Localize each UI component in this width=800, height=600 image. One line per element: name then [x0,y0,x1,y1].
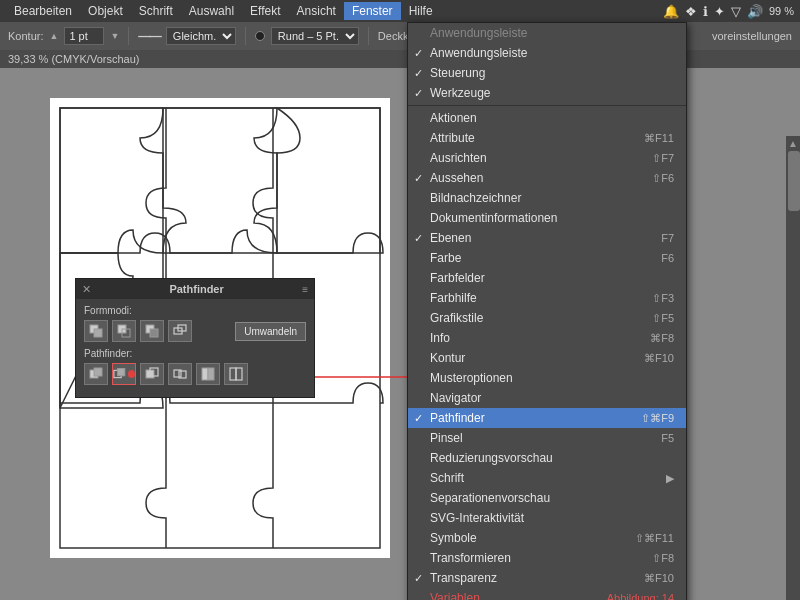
rund-select[interactable]: Rund – 5 Pt. [271,27,359,45]
formmodi-btn-3[interactable] [140,320,164,342]
pathfinder-btn-6[interactable] [224,363,248,385]
dropdown-item-pinsel[interactable]: Pinsel F5 [408,428,686,448]
menu-auswahl[interactable]: Auswahl [181,2,242,20]
dropdown-item-info[interactable]: Info ⌘F8 [408,328,686,348]
formmodi-label: Formmodi: [84,305,306,316]
dropdown-item-separation[interactable]: Separationenvorschau [408,488,686,508]
dropdown-sep-1 [408,105,686,106]
kontur-input[interactable] [64,27,104,45]
menu-ansicht[interactable]: Ansicht [289,2,344,20]
svg-rect-18 [202,368,208,380]
battery-label: 99 % [769,5,794,17]
scroll-thumb[interactable] [788,151,800,211]
kontur-label: Kontur: [8,30,43,42]
pathfinder-btn-1[interactable] [84,363,108,385]
dropdown-item-aktionen[interactable]: Aktionen [408,108,686,128]
panel-menu-btn[interactable]: ≡ [302,284,308,295]
svg-rect-19 [208,368,214,380]
info-icon: ℹ [703,4,708,19]
dropdown-item-werkzeuge[interactable]: Werkzeuge [408,83,686,103]
dropdown-menu: Anwendungsleiste Anwendungsleiste Steuer… [407,22,687,600]
menu-fenster[interactable]: Fenster [344,2,401,20]
dropdown-item-kontur[interactable]: Kontur ⌘F10 [408,348,686,368]
kontur-up-arrow[interactable]: ▲ [49,31,58,41]
dropdown-item-aussehen[interactable]: Aussehen ⇧F6 [408,168,686,188]
toolbar-sep-1 [128,27,129,45]
red-dot [128,370,135,378]
dropdown-item-dokumentinfo[interactable]: Dokumentinformationen [408,208,686,228]
pathfinder-btn-5[interactable] [196,363,220,385]
dropdown-item-ausrichten[interactable]: Ausrichten ⇧F7 [408,148,686,168]
dropdown-item-steuerung[interactable]: Steuerung [408,63,686,83]
dropdown-item-bildnachzeichner[interactable]: Bildnachzeichner [408,188,686,208]
menu-hilfe[interactable]: Hilfe [401,2,441,20]
pathfinder-btn-2[interactable] [112,363,136,385]
pathfinder-btn-4[interactable] [168,363,192,385]
bluetooth-icon: ✦ [714,4,725,19]
scrollbar-right[interactable]: ▲ [786,136,800,600]
pathfinder-panel: ✕ Pathfinder ≡ Formmodi: Umwandeln Pathf… [75,278,315,398]
dropdown-item-anwendungsleiste2[interactable]: Anwendungsleiste [408,43,686,63]
toolbar-sep-3 [368,27,369,45]
volume-icon: 🔊 [747,4,763,19]
pathfinder-body: Formmodi: Umwandeln Pathfinder: [76,299,314,397]
umwandeln-button[interactable]: Umwandeln [235,322,306,341]
dropdown-item-reduzierung[interactable]: Reduzierungsvorschau [408,448,686,468]
dropdown-item-anwendungsleiste[interactable]: Anwendungsleiste [408,23,686,43]
svg-rect-7 [150,329,158,337]
dropdown-item-farbfelder[interactable]: Farbfelder [408,268,686,288]
menubar-right: 🔔 ❖ ℹ ✦ ▽ 🔊 99 % [663,4,794,19]
pathfinder-row [84,363,306,385]
kontur-down-arrow[interactable]: ▼ [110,31,119,41]
voreinst-label: voreinstellungen [712,30,792,42]
line-style-indicator: ── [138,26,160,47]
menu-schrift[interactable]: Schrift [131,2,181,20]
menu-bearbeiten[interactable]: Bearbeiten [6,2,80,20]
svg-rect-11 [94,368,102,376]
dropdown-item-pathfinder[interactable]: Pathfinder ⇧⌘F9 [408,408,686,428]
dot-style-icon [255,31,265,41]
dropdown-item-transparenz[interactable]: Transparenz ⌘F10 [408,568,686,588]
dropdown-item-variablen[interactable]: Variablen Abbildung: 14 [408,588,686,600]
dropdown-item-svg[interactable]: SVG-Interaktivität [408,508,686,528]
bell-icon: 🔔 [663,4,679,19]
pathfinder-title: Pathfinder [169,283,223,295]
formmodi-btn-2[interactable] [112,320,136,342]
pathfinder-btn-3[interactable] [140,363,164,385]
svg-rect-3 [94,329,102,337]
pathfinder-header[interactable]: ✕ Pathfinder ≡ [76,279,314,299]
status-text: 39,33 % (CMYK/Vorschau) [8,53,139,65]
gleichm-select[interactable]: Gleichm. [166,27,236,45]
menu-effekt[interactable]: Effekt [242,2,288,20]
dropdown-item-farbhilfe[interactable]: Farbhilfe ⇧F3 [408,288,686,308]
dropdown-item-musteroptionen[interactable]: Musteroptionen [408,368,686,388]
svg-rect-20 [230,368,236,380]
svg-rect-21 [236,368,242,380]
dropdown-item-symbole[interactable]: Symbole ⇧⌘F11 [408,528,686,548]
pathfinder-section-label: Pathfinder: [84,348,306,359]
formmodi-btn-1[interactable] [84,320,108,342]
wifi-icon: ▽ [731,4,741,19]
panel-close-btn[interactable]: ✕ [82,283,91,296]
dropdown-item-farbe[interactable]: Farbe F6 [408,248,686,268]
toolbar-sep-2 [245,27,246,45]
dropbox-icon: ❖ [685,4,697,19]
dropdown-item-grafikstile[interactable]: Grafikstile ⇧F5 [408,308,686,328]
dropdown-item-ebenen[interactable]: Ebenen F7 [408,228,686,248]
dropdown-item-schrift[interactable]: Schrift ▶ [408,468,686,488]
formmodi-row: Umwandeln [84,320,306,342]
menubar: Bearbeiten Objekt Schrift Auswahl Effekt… [0,0,800,22]
menu-objekt[interactable]: Objekt [80,2,131,20]
dropdown-item-navigator[interactable]: Navigator [408,388,686,408]
dropdown-item-attribute[interactable]: Attribute ⌘F11 [408,128,686,148]
formmodi-btn-4[interactable] [168,320,192,342]
dropdown-item-transformieren[interactable]: Transformieren ⇧F8 [408,548,686,568]
svg-rect-13 [118,369,125,376]
